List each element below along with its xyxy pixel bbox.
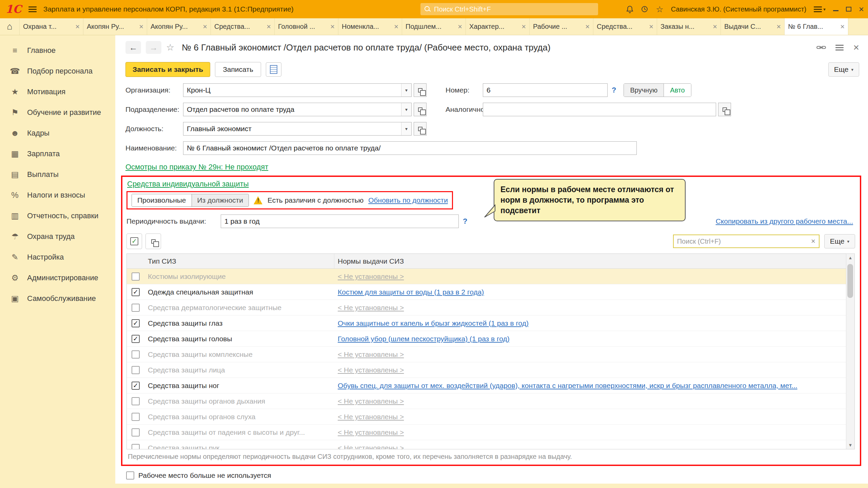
dept-input[interactable] [183,105,401,114]
save-close-button[interactable]: Записать и закрыть [125,62,210,77]
history-icon[interactable] [641,5,648,13]
scrollbar-thumb[interactable] [847,264,853,298]
tab-7[interactable]: Подшлем...× [402,18,466,35]
table-row-10[interactable]: Средства защиты органов слуха< Не устано… [127,409,854,425]
table-scrollbar[interactable]: ▲ ▼ [846,254,854,449]
norm-link[interactable]: Обувь спец. для защиты от мех. воздейств… [338,382,797,389]
row-checkbox[interactable]: ✓ [132,288,140,296]
copy-from-workplace-link[interactable]: Скопировать из другого рабочего места... [716,217,853,225]
tab-close-icon[interactable]: × [840,23,845,30]
dept-open-button[interactable] [414,103,427,116]
norm-link[interactable]: Головной убор (шлем пескоструйщика) (1 р… [338,335,510,343]
row-checkbox[interactable] [132,444,140,449]
table-row-1[interactable]: Костюмы изолирующие< Не установлены > [127,269,854,284]
tab-2[interactable]: Акопян Ру...× [83,18,147,35]
period-input[interactable] [221,215,459,228]
chevron-down-icon[interactable]: ▾ [401,103,411,116]
link-icon[interactable] [816,45,826,50]
sidebar-item-4[interactable]: ⚑Обучение и развитие [0,102,115,123]
norm-not-set-link[interactable]: < Не установлены > [338,428,404,436]
tab-close-icon[interactable]: × [139,23,143,30]
clear-search-icon[interactable]: × [811,238,815,245]
tab-1[interactable]: Охрана т...× [20,18,83,35]
norm-not-set-link[interactable]: < Не установлены > [338,444,404,449]
table-more-button[interactable]: Еще▾ [824,234,855,248]
sidebar-item-7[interactable]: ▤Выплаты [0,164,115,185]
number-input[interactable] [483,83,608,97]
norm-link[interactable]: Очки защитные от капель и брызг жидкосте… [338,319,529,327]
row-checkbox[interactable] [132,366,140,374]
mode-from-post-toggle[interactable]: Из должности [192,194,249,206]
tab-4[interactable]: Средства...× [211,18,275,35]
main-menu-icon[interactable] [28,6,37,12]
row-checkbox[interactable]: ✓ [132,335,140,343]
row-checkbox[interactable] [132,350,140,359]
number-auto-toggle[interactable]: Авто [664,84,691,97]
org-input[interactable] [183,86,401,94]
post-input[interactable] [183,125,401,133]
table-row-7[interactable]: Средства защиты лица< Не установлены > [127,362,854,378]
number-manual-toggle[interactable]: Вручную [624,84,664,97]
current-user[interactable]: Савинская З.Ю. (Системный программист) [671,5,807,13]
table-row-6[interactable]: Средства защиты комплексные< Не установл… [127,347,854,362]
tab-close-icon[interactable]: × [649,23,653,30]
check-all-button[interactable]: ✓ [126,233,142,249]
tab-close-icon[interactable]: × [203,23,207,30]
tab-close-icon[interactable]: × [458,23,462,30]
tab-6[interactable]: Номенкла...× [338,18,402,35]
tab-3[interactable]: Акопян Ру...× [147,18,211,35]
norm-not-set-link[interactable]: < Не установлены > [338,304,404,311]
tab-10[interactable]: Средства...× [593,18,657,35]
period-help-link[interactable]: ? [463,217,467,226]
norm-not-set-link[interactable]: < Не установлены > [338,397,404,405]
tab-close-icon[interactable]: × [521,23,526,30]
name-input[interactable] [183,141,637,155]
table-row-12[interactable]: Средства защиты рук< Не установлены > [127,440,854,449]
subordination-structure-button[interactable] [266,62,281,77]
table-row-9[interactable]: Средства защиты органов дыхания< Не уста… [127,393,854,409]
table-search-input[interactable] [677,238,811,245]
org-open-button[interactable] [414,83,427,97]
sidebar-item-1[interactable]: ≡Главное [0,40,115,61]
favorites-star-icon[interactable]: ☆ [656,5,663,14]
form-close-icon[interactable]: × [853,42,859,53]
tab-5[interactable]: Головной ...× [275,18,338,35]
scroll-up-icon[interactable]: ▲ [846,255,854,260]
number-help-link[interactable]: ? [612,86,616,95]
norm-not-set-link[interactable]: < Не установлены > [338,366,404,374]
sidebar-item-6[interactable]: ▦Зарплата [0,143,115,164]
tab-close-icon[interactable]: × [713,23,717,30]
sidebar-item-3[interactable]: ★Мотивация [0,81,115,102]
sidebar-item-9[interactable]: ▥Отчетность, справки [0,205,115,226]
analog-input[interactable] [483,105,716,114]
post-open-button[interactable] [414,122,427,136]
siz-header-link[interactable]: Средства индивидуальной защиты [127,180,249,188]
back-button[interactable]: ← [125,41,141,54]
tab-12[interactable]: Выдачи С...× [721,18,785,35]
norm-not-set-link[interactable]: < Не установлены > [338,272,404,280]
save-button[interactable]: Записать [215,62,261,77]
tab-close-icon[interactable]: × [394,23,398,30]
sidebar-item-8[interactable]: %Налоги и взносы [0,185,115,205]
row-checkbox[interactable] [132,428,140,436]
global-search-input[interactable] [434,5,594,13]
row-checkbox[interactable] [132,304,140,312]
mode-custom-toggle[interactable]: Произвольные [132,194,192,206]
norm-not-set-link[interactable]: < Не установлены > [338,350,404,358]
tab-close-icon[interactable]: × [330,23,335,30]
norm-link[interactable]: Костюм для защиты от воды (1 раз в 2 год… [338,288,484,296]
favorite-star-icon[interactable]: ☆ [166,42,174,53]
table-row-4[interactable]: ✓Средства защиты глазОчки защитные от ка… [127,316,854,331]
update-by-post-link[interactable]: Обновить по должности [368,196,448,204]
tab-close-icon[interactable]: × [585,23,590,30]
table-row-11[interactable]: Средства защиты от падения с высоты и др… [127,425,854,440]
analog-open-button[interactable] [718,103,731,116]
norm-column-header[interactable]: Нормы выдачи СИЗ [334,257,846,265]
workplace-unused-checkbox[interactable] [126,471,134,480]
form-menu-icon[interactable] [835,45,844,50]
service-menu-icon[interactable]: ▾ [814,6,826,12]
tab-close-icon[interactable]: × [267,23,271,30]
table-row-8[interactable]: ✓Средства защиты ногОбувь спец. для защи… [127,378,854,393]
tab-close-icon[interactable]: × [776,23,781,30]
row-checkbox[interactable]: ✓ [132,382,140,390]
